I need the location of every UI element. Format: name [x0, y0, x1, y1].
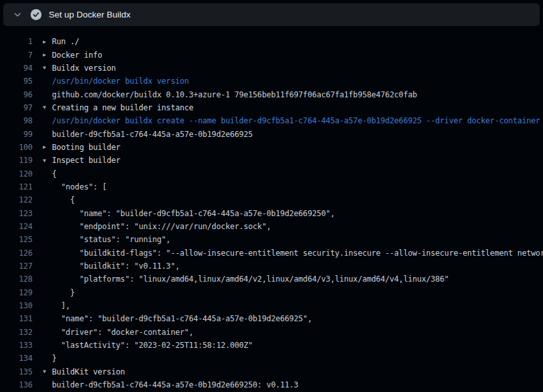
chevron-down-icon[interactable] [12, 10, 23, 20]
line-number[interactable]: 128 [0, 275, 32, 284]
log-group-row[interactable]: 94▼Buildx version [0, 62, 543, 75]
chevron-down-icon[interactable]: ▼ [43, 104, 52, 110]
log-text: "buildkit": "v0.11.3", [52, 262, 180, 271]
log-text: "name": "builder-d9cfb5a1-c764-445a-a57e… [52, 209, 335, 218]
log-lines-container: 1▶Run ./7▶Docker info94▼Buildx version95… [0, 35, 543, 391]
line-number[interactable]: 125 [0, 235, 32, 244]
log-line-row: 124 "endpoint": "unix:///var/run/docker.… [0, 220, 543, 233]
log-line-row: 99builder-d9cfb5a1-c764-445a-a57e-0b19d2… [0, 127, 543, 140]
line-number[interactable]: 96 [0, 90, 32, 99]
line-number[interactable]: 7 [0, 51, 32, 60]
log-text: "platforms": "linux/amd64,linux/amd64/v2… [52, 275, 449, 284]
line-number[interactable]: 133 [0, 341, 32, 350]
line-number[interactable]: 100 [0, 143, 32, 152]
log-line-row: 134} [0, 352, 543, 365]
command-text: /usr/bin/docker buildx create --name bui… [52, 116, 540, 125]
log-text: { [52, 169, 57, 178]
group-title[interactable]: Creating a new builder instance [52, 103, 194, 112]
log-group-row[interactable]: 135▼BuildKit version [0, 365, 543, 378]
log-line-row: 129 } [0, 286, 543, 299]
step-title: Set up Docker Buildx [49, 10, 131, 19]
line-number[interactable]: 134 [0, 354, 32, 363]
group-title[interactable]: BuildKit version [52, 367, 125, 376]
line-number[interactable]: 124 [0, 222, 32, 231]
log-line-row: 125 "status": "running", [0, 233, 543, 246]
log-text: } [52, 354, 57, 363]
log-text: "buildkitd-flags": "--allow-insecure-ent… [52, 249, 543, 258]
log-line-row: 123 "name": "builder-d9cfb5a1-c764-445a-… [0, 206, 543, 219]
line-number[interactable]: 126 [0, 249, 32, 258]
log-line-row: 132 "driver": "docker-container", [0, 326, 543, 339]
line-number[interactable]: 94 [0, 64, 32, 73]
chevron-down-icon[interactable]: ▼ [43, 369, 52, 374]
line-number[interactable]: 132 [0, 328, 32, 337]
group-title[interactable]: Inspect builder [52, 156, 120, 165]
line-number[interactable]: 130 [0, 301, 32, 310]
chevron-right-icon[interactable]: ▶ [43, 39, 52, 45]
log-text: { [52, 195, 75, 204]
log-text: } [52, 288, 75, 297]
log-line-row: 126 "buildkitd-flags": "--allow-insecure… [0, 247, 543, 260]
line-number[interactable]: 123 [0, 209, 32, 218]
log-group-row[interactable]: 1▶Run ./ [0, 35, 543, 48]
line-number[interactable]: 120 [0, 169, 32, 178]
log-text: "name": "builder-d9cfb5a1-c764-445a-a57e… [52, 314, 312, 323]
log-text: ], [52, 301, 70, 310]
log-line-row: 136builder-d9cfb5a1-c764-445a-a57e-0b19d… [0, 378, 543, 391]
log-text: builder-d9cfb5a1-c764-445a-a57e-0b19d2e6… [52, 130, 253, 139]
log-line-row: 96github.com/docker/buildx 0.10.3+azure-… [0, 88, 543, 101]
line-number[interactable]: 136 [0, 380, 32, 389]
group-title[interactable]: Run ./ [52, 37, 79, 46]
chevron-down-icon[interactable]: ▼ [43, 65, 52, 71]
log-text: "endpoint": "unix:///var/run/docker.sock… [52, 222, 271, 231]
log-group-row[interactable]: 7▶Docker info [0, 48, 543, 61]
line-number[interactable]: 129 [0, 288, 32, 297]
log-text: "status": "running", [52, 235, 171, 244]
log-line-row: 98/usr/bin/docker buildx create --name b… [0, 114, 543, 127]
step-header[interactable]: Set up Docker Buildx [3, 3, 540, 26]
group-title[interactable]: Docker info [52, 51, 102, 60]
check-circle-icon [31, 9, 42, 20]
log-line-row: 120{ [0, 167, 543, 180]
command-text: /usr/bin/docker buildx version [52, 77, 189, 86]
log-line-row: 130 ], [0, 299, 543, 312]
log-text: "nodes": [ [52, 182, 107, 191]
log-line-row: 121 "nodes": [ [0, 180, 543, 193]
log-group-row[interactable]: 100▶Booting builder [0, 141, 543, 154]
line-number[interactable]: 97 [0, 103, 32, 112]
line-number[interactable]: 131 [0, 314, 32, 323]
line-number[interactable]: 99 [0, 130, 32, 139]
line-number[interactable]: 95 [0, 77, 32, 86]
log-line-row: 128 "platforms": "linux/amd64,linux/amd6… [0, 273, 543, 286]
line-number[interactable]: 122 [0, 195, 32, 204]
line-number[interactable]: 98 [0, 116, 32, 125]
log-group-row[interactable]: 97▼Creating a new builder instance [0, 101, 543, 114]
line-number[interactable]: 119 [0, 156, 32, 165]
line-number[interactable]: 127 [0, 262, 32, 271]
line-number[interactable]: 135 [0, 367, 32, 376]
line-number[interactable]: 121 [0, 182, 32, 191]
log-line-row: 127 "buildkit": "v0.11.3", [0, 260, 543, 273]
log-group-row[interactable]: 119▼Inspect builder [0, 154, 543, 167]
log-text: github.com/docker/buildx 0.10.3+azure-1 … [52, 90, 417, 99]
group-title[interactable]: Booting builder [52, 143, 120, 152]
chevron-right-icon[interactable]: ▶ [43, 52, 52, 58]
group-title[interactable]: Buildx version [52, 64, 116, 73]
chevron-down-icon[interactable]: ▼ [43, 158, 52, 164]
chevron-right-icon[interactable]: ▶ [43, 144, 52, 150]
log-text: "driver": "docker-container", [52, 328, 194, 337]
log-line-row: 131 "name": "builder-d9cfb5a1-c764-445a-… [0, 312, 543, 325]
log-text: builder-d9cfb5a1-c764-445a-a57e-0b19d2e6… [52, 380, 298, 389]
log-line-row: 95/usr/bin/docker buildx version [0, 75, 543, 88]
line-number[interactable]: 1 [0, 37, 32, 46]
log-line-row: 122 { [0, 193, 543, 206]
log-text: "lastActivity": "2023-02-25T11:58:12.000… [52, 341, 253, 350]
log-line-row: 133 "lastActivity": "2023-02-25T11:58:12… [0, 339, 543, 352]
